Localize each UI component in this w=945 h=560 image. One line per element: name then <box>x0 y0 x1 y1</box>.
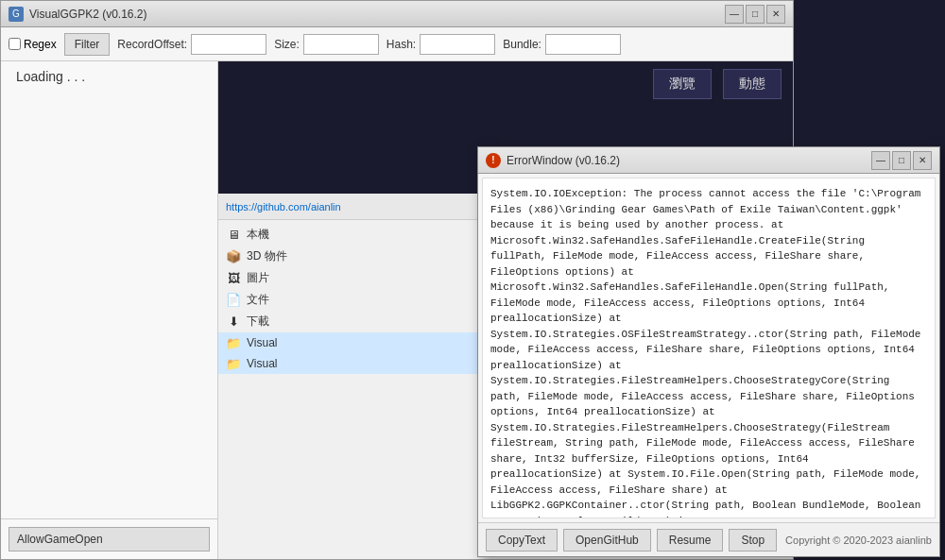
error-window: ! ErrorWindow (v0.16.2) — □ ✕ System.IO.… <box>477 146 940 557</box>
document-icon: 📄 <box>226 293 241 308</box>
error-title-bar: ! ErrorWindow (v0.16.2) — □ ✕ <box>478 147 939 174</box>
allow-game-button[interactable]: AllowGameOpen <box>9 527 210 552</box>
sidebar: Loading . . . AllowGameOpen <box>1 61 218 559</box>
filter-button[interactable]: Filter <box>64 33 111 56</box>
stop-button[interactable]: Stop <box>729 529 777 552</box>
error-minimize-button[interactable]: — <box>871 151 890 170</box>
file-item-label: 本機 <box>247 227 269 243</box>
close-button[interactable]: ✕ <box>766 5 785 24</box>
picture-icon: 🖼 <box>226 271 241 286</box>
sidebar-button-area: AllowGameOpen <box>1 518 217 559</box>
error-title-left: ! ErrorWindow (v0.16.2) <box>486 153 620 168</box>
error-footer: CopyText OpenGitHub Resume Stop Copyrigh… <box>478 522 939 556</box>
record-offset-input[interactable] <box>191 34 266 55</box>
bundle-input[interactable] <box>545 34 621 55</box>
file-item-label: 文件 <box>247 292 269 308</box>
visual-item-label: Visual <box>247 357 277 370</box>
visual-item-label: Visual <box>247 336 277 349</box>
github-link[interactable]: https://github.com/aianlin <box>226 201 341 212</box>
download-icon: ⬇ <box>226 314 241 330</box>
hash-label: Hash: <box>387 38 416 51</box>
error-close-button[interactable]: ✕ <box>913 151 932 170</box>
error-window-icon: ! <box>486 153 501 168</box>
error-maximize-button[interactable]: □ <box>892 151 911 170</box>
dynamic-button[interactable]: 動態 <box>723 69 782 99</box>
loading-text: Loading . . . <box>9 61 93 92</box>
size-label: Size: <box>274 38 300 51</box>
folder-icon: 📁 <box>226 335 241 350</box>
main-toolbar: Regex Filter RecordOffset: Size: Hash: B… <box>1 27 793 61</box>
minimize-button[interactable]: — <box>725 5 744 24</box>
regex-label: Regex <box>24 38 57 51</box>
maximize-button[interactable]: □ <box>746 5 765 24</box>
record-offset-group: RecordOffset: <box>117 34 266 55</box>
app-icon: G <box>9 7 24 22</box>
sidebar-top: Loading . . . <box>1 61 217 518</box>
error-window-controls: — □ ✕ <box>871 151 932 170</box>
main-window-controls: — □ ✕ <box>725 5 785 24</box>
title-bar-left: G VisualGGPK2 (v0.16.2) <box>9 7 147 22</box>
computer-icon: 🖥 <box>226 228 241 243</box>
regex-checkbox[interactable] <box>9 38 21 50</box>
copyright-text: Copyright © 2020-2023 aianlinb <box>785 535 932 546</box>
3d-icon: 📦 <box>226 249 241 264</box>
resume-button[interactable]: Resume <box>657 529 724 552</box>
file-item-label: 3D 物件 <box>247 248 287 264</box>
bundle-group: Bundle: <box>503 34 621 55</box>
folder-icon: 📁 <box>226 356 241 371</box>
size-input[interactable] <box>303 34 379 55</box>
regex-checkbox-wrap: Regex <box>9 38 57 51</box>
file-item-label: 下載 <box>247 314 269 330</box>
main-title-bar: G VisualGGPK2 (v0.16.2) — □ ✕ <box>1 1 793 27</box>
size-group: Size: <box>274 34 379 55</box>
error-content-area[interactable]: System.IO.IOException: The process canno… <box>482 178 936 518</box>
hash-input[interactable] <box>420 34 495 55</box>
browse-button[interactable]: 瀏覽 <box>653 69 712 99</box>
main-window-title: VisualGGPK2 (v0.16.2) <box>29 8 147 21</box>
error-footer-buttons: CopyText OpenGitHub Resume Stop <box>486 529 777 552</box>
hash-group: Hash: <box>387 34 495 55</box>
open-github-button[interactable]: OpenGitHub <box>563 529 651 552</box>
file-item-label: 圖片 <box>247 270 269 286</box>
copy-text-button[interactable]: CopyText <box>486 529 558 552</box>
bundle-label: Bundle: <box>503 38 541 51</box>
record-offset-label: RecordOffset: <box>117 38 187 51</box>
error-window-title: ErrorWindow (v0.16.2) <box>507 154 620 167</box>
